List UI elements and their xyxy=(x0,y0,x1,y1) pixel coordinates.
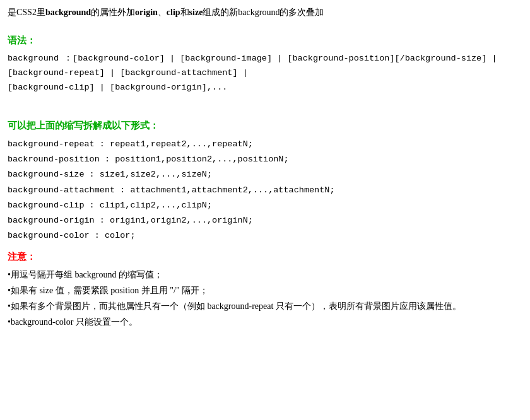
code-line-3: background-size : size1,size2,...,sizeN; xyxy=(8,167,522,182)
background-keyword: background xyxy=(45,8,91,17)
syntax-section: 语法： background ：[background-color] | [ba… xyxy=(8,33,522,95)
expand-code-lines: background-repeat : repeat1,repeat2,...,… xyxy=(8,137,522,244)
expand-section: 可以把上面的缩写拆解成以下形式： background-repeat : rep… xyxy=(8,118,522,244)
syntax-title: 语法： xyxy=(8,33,522,48)
syntax-content: background ：[background-color] | [backgr… xyxy=(8,52,522,95)
clip-keyword: clip xyxy=(167,8,180,17)
note-items: •用逗号隔开每组 background 的缩写值； •如果有 size 值，需要… xyxy=(8,267,522,330)
expand-title: 可以把上面的缩写拆解成以下形式： xyxy=(8,118,522,133)
intro-text: 是CSS2里background的属性外加origin、clip和size组成的… xyxy=(8,8,324,17)
note-section: 注意： •用逗号隔开每组 background 的缩写值； •如果有 size … xyxy=(8,249,522,330)
origin-keyword: origin xyxy=(135,8,158,17)
note-item-4: •background-color 只能设置一个。 xyxy=(8,314,522,330)
code-line-7: background-color : color; xyxy=(8,228,522,243)
code-line-5: background-clip : clip1,clip2,...,clipN; xyxy=(8,198,522,213)
note-item-2: •如果有 size 值，需要紧跟 position 并且用 "/" 隔开； xyxy=(8,283,522,298)
code-line-4: background-attachment : attachment1,atta… xyxy=(8,183,522,198)
size-keyword: size xyxy=(189,8,203,17)
note-item-1: •用逗号隔开每组 background 的缩写值； xyxy=(8,267,522,283)
code-line-1: background-repeat : repeat1,repeat2,...,… xyxy=(8,137,522,152)
code-line-2: backround-position : position1,position2… xyxy=(8,152,522,167)
code-line-6: background-origin : origin1,origin2,...,… xyxy=(8,213,522,228)
note-title: 注意： xyxy=(8,249,522,264)
note-item-3: •如果有多个背景图片，而其他属性只有一个（例如 background-repea… xyxy=(8,298,522,314)
intro-paragraph: 是CSS2里background的属性外加origin、clip和size组成的… xyxy=(8,5,522,20)
